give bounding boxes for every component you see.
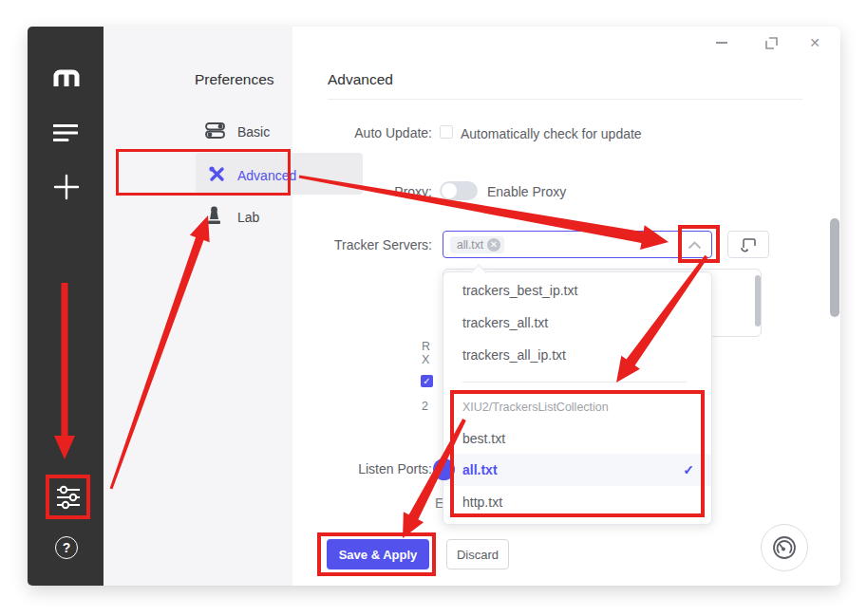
lab-stamp-icon [206,206,222,226]
toggle-knob [442,183,457,198]
annotation-box-select-chevron [678,225,720,263]
auto-update-checkbox[interactable] [440,125,453,139]
dropdown-divider [462,382,687,383]
nav-item-lab-label: Lab [237,210,259,225]
preferences-title: Preferences [195,71,274,88]
minimize-button[interactable] [713,34,730,51]
annotation-box-preferences-icon [46,475,90,519]
speed-gauge-icon [771,534,798,561]
page-title: Advanced [328,71,393,88]
preferences-nav: Preferences Basic Advanced [104,27,292,586]
close-button[interactable]: ✕ [806,34,823,51]
discard-button[interactable]: Discard [446,539,509,569]
screenshot-canvas: ? Preferences Basic [0,0,867,616]
auto-update-label: Auto Update: [280,125,432,140]
textarea-scrollbar[interactable] [755,275,761,327]
nav-item-lab[interactable]: Lab [196,200,363,231]
dropdown-item[interactable]: trackers_best_ip.txt [443,274,711,307]
sync-trackers-button[interactable] [727,231,769,258]
task-list-icon[interactable] [53,123,78,142]
maximize-button[interactable] [763,34,780,51]
proxy-toggle-label: Enable Proxy [487,184,566,199]
sync-icon [741,237,757,252]
clipped-tip-line-3: 2 [422,400,428,413]
clipped-tip-line-2: X [422,353,429,366]
maximize-icon [765,37,778,49]
speed-gauge-button[interactable] [761,524,808,571]
basic-toggles-icon [205,122,225,139]
proxy-label: Proxy: [280,184,432,199]
annotation-box-save-apply [317,532,436,576]
tag-close-icon[interactable]: ✕ [487,238,500,252]
auto-update-checkbox-label: Automatically check for update [461,126,642,141]
listen-ports-label: Listen Ports: [280,461,432,476]
minimize-icon [716,42,727,44]
annotation-box-advanced-nav [116,149,291,196]
tracker-servers-label: Tracker Servers: [280,237,432,252]
add-task-icon[interactable] [53,174,80,200]
window-scrollbar[interactable] [830,218,839,317]
app-window: ? Preferences Basic [28,27,840,586]
clipped-tip-line-1: R [422,340,430,353]
tracker-tag-label: all.txt [457,238,483,252]
motrix-logo-icon [52,68,81,87]
clipped-checked-checkbox[interactable]: ✓ [421,375,433,387]
dropdown-item[interactable]: trackers_all_ip.txt [443,339,711,371]
nav-item-basic-label: Basic [237,124,270,140]
tracker-select[interactable]: all.txt ✕ [443,231,712,258]
help-icon[interactable]: ? [55,536,78,559]
title-divider [328,99,802,100]
annotation-box-xiu2-group [450,390,705,517]
tracker-tag: all.txt ✕ [450,236,504,253]
dropdown-item[interactable]: trackers_all.txt [443,307,711,339]
proxy-toggle[interactable] [440,181,478,200]
